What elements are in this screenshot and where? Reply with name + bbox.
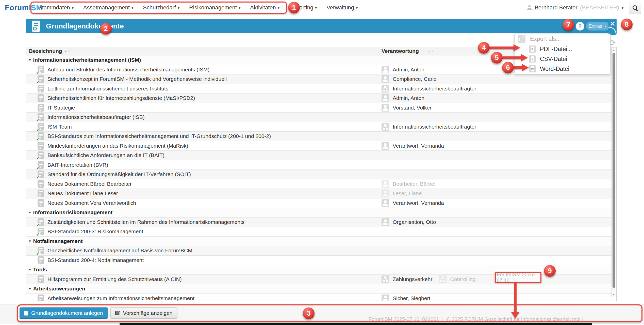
verantwortung-cell: Verantwort, Vernanda (378, 141, 616, 151)
document-title: Neues Dokument Vera Verantwortlich (47, 200, 136, 206)
group-row-informationsrisikomanagement[interactable]: ▾Informationsrisikomanagement (26, 208, 616, 218)
person-icon (382, 199, 389, 207)
csv-file-icon: X (529, 55, 536, 63)
responsible: Organisation, Otto (382, 218, 436, 226)
sort-asc-icon[interactable]: ▲ (428, 50, 431, 53)
responsible: Informationssicherheitsbeauftragter (382, 85, 476, 92)
annotation-badge-8: 8 (621, 19, 633, 30)
check-icon: ✔ (36, 174, 40, 180)
extras-button[interactable]: Extras ▼ (586, 22, 609, 30)
sort-desc-icon[interactable]: ▼ (431, 50, 434, 53)
table-row[interactable]: ✔BSI-Standards zum Informationssicherhei… (26, 132, 616, 141)
scroll-down-arrow-icon[interactable]: ▼ (612, 293, 616, 296)
user-menu[interactable]: Bernhard Berater (BEARBEITER) ▾ (527, 0, 623, 15)
chevron-down-icon: ▾ (356, 6, 358, 10)
table-row[interactable]: Leitlinie zur Informationssicherheit uns… (26, 84, 616, 94)
menu-item-csv-datei[interactable]: XCSV-Datei (515, 54, 610, 64)
document-title: Hilfsprogramm zur Ermittlung des Schutzn… (47, 276, 182, 282)
nav-item-verwaltung[interactable]: Verwaltung▾ (322, 0, 362, 15)
vertical-scrollbar[interactable]: ▲ ▼ (612, 48, 616, 297)
forumism-app-window: ForumISM Stammdaten▾Assetmanagement▾Schu… (0, 0, 644, 325)
collapse-triangle-icon[interactable]: ▾ (29, 239, 31, 243)
close-panel-button[interactable] (608, 19, 617, 35)
table-row[interactable]: Mindestanforderungen an das Risikomanage… (26, 141, 616, 151)
table-row[interactable]: ✔Sicherheitskonzept in ForumISM - Method… (26, 74, 616, 84)
table-row[interactable]: ✔BSI-Standard 200-3: Risikomanagement (26, 227, 616, 237)
document-icon (38, 190, 44, 197)
table-row[interactable]: ✔ISM-TeamInformationssicherheitsbeauftra… (26, 122, 616, 132)
column-header-bezeichnung[interactable]: Bezeichnung ▲▼ (26, 47, 378, 55)
responsible: Informationssicherheitsbeauftragter (382, 123, 476, 131)
help-button[interactable]: ? (576, 22, 584, 30)
document-title: Zuständigkeiten und Schnittstellen im Ra… (47, 219, 244, 225)
table-row[interactable]: ✔Standard für die Ordnungsmäßigkeit der … (26, 170, 616, 179)
orgunit-icon (439, 275, 447, 283)
document-title: Arbeitsanweisungen zum Informationssiche… (47, 295, 194, 301)
collapse-triangle-icon[interactable]: ▾ (29, 286, 31, 291)
group-label: Informationssicherheitsmanagement (ISM) (33, 57, 141, 63)
collapse-triangle-icon[interactable]: ▾ (29, 210, 31, 215)
bezeichnung-cell: Neues Dokument Bärbel Bearbeiter (26, 179, 378, 189)
document-title: Bankaufsichtliche Anforderungen an die I… (47, 152, 164, 158)
table-row[interactable]: ✔Zuständigkeiten und Schnittstellen im R… (26, 218, 616, 227)
table-row[interactable]: Neues Dokument Bärbel BearbeiterBearbeit… (26, 179, 616, 189)
document-icon (38, 180, 44, 188)
annotation-badge-4: 4 (478, 42, 490, 54)
table-row[interactable]: BSI-Standard 200-4: Notfallmanagement (26, 256, 616, 265)
verantwortung-cell (378, 132, 616, 141)
close-icon (608, 19, 617, 35)
table-row[interactable]: Arbeitsanweisungen zum Informationssiche… (26, 294, 616, 301)
responsible-name: Organisation, Otto (393, 219, 436, 225)
table-row[interactable]: Neues Dokument Vera VerantwortlichVerant… (26, 198, 616, 208)
check-icon: ✔ (36, 155, 40, 161)
scroll-document-icon (32, 21, 40, 32)
table-row[interactable]: ✔Informationssicherheitsbeauftragter (IS… (26, 113, 616, 122)
orgunit-connector (384, 278, 387, 280)
bezeichnung-cell: ✔Standard für die Ordnungsmäßigkeit der … (26, 170, 378, 179)
table-row[interactable]: Sicherheitsrichtlinien für Internetzahlu… (26, 94, 616, 103)
responsible-name: Sicher, Siegbert (393, 295, 430, 301)
document-icon: ✔ (38, 66, 44, 73)
collapse-triangle-icon[interactable]: ▾ (29, 58, 31, 62)
bezeichnung-cell: Sicherheitsrichtlinien für Internetzahlu… (26, 94, 378, 103)
responsible-name: Controlling (450, 276, 475, 282)
table-row[interactable]: ✔Bankaufsichtliche Anforderungen an die … (26, 151, 616, 160)
group-cell-empty (378, 237, 616, 246)
table-row[interactable]: Neues Dokument Liane LeserLeser, Liane (26, 189, 616, 198)
search-button[interactable] (629, 2, 641, 14)
responsible-name: Zahlungsverkehr (393, 276, 432, 282)
check-icon: ✔ (36, 136, 40, 142)
scroll-up-arrow-icon[interactable]: ▲ (612, 49, 616, 52)
responsible: Compliance, Carlo (382, 75, 437, 83)
menu-item-pdf-datei[interactable]: PPDF-Datei... (515, 44, 610, 54)
group-label: Tools (33, 267, 47, 273)
logo-forum: Forum (5, 3, 29, 12)
verantwortung-cell: Organisation, Otto (378, 218, 616, 227)
group-row-arbeitsanweisungen[interactable]: ▾Arbeitsanweisungen (26, 284, 616, 294)
document-title: Informationssicherheitsbeauftragter (ISB… (47, 114, 145, 120)
menu-item-label: PDF-Datei... (540, 46, 572, 53)
table-row[interactable]: ✔BAIT-Interpretation (BVR) (26, 160, 616, 170)
document-title: Leitlinie zur Informationssicherheit uns… (47, 86, 168, 92)
responsible: Admin, Anton (382, 66, 424, 73)
menu-item-word-datei[interactable]: WWord-Datei (515, 64, 610, 74)
bezeichnung-cell: ✔BSI-Standard 200-3: Risikomanagement (26, 227, 378, 236)
document-icon: ✔ (38, 161, 44, 169)
document-icon: ✔ (38, 171, 44, 178)
table-row[interactable]: IT-StrategieVorstand, Volker (26, 103, 616, 113)
page-title: Grundlagendokumente (46, 22, 124, 30)
sort-desc-icon[interactable]: ▼ (68, 50, 71, 53)
collapse-triangle-icon[interactable]: ▾ (29, 267, 31, 272)
table-row[interactable]: ✔Ganzheitliches Notfallmanagement auf Ba… (26, 246, 616, 256)
verantwortung-cell (378, 246, 616, 255)
scrollbar-thumb[interactable] (613, 53, 615, 288)
check-icon: ✔ (36, 165, 40, 171)
verantwortung-cell (378, 113, 616, 122)
bezeichnung-cell: ✔ISM-Team (26, 122, 378, 132)
document-icon (38, 85, 44, 92)
sort-asc-icon[interactable]: ▲ (64, 50, 67, 53)
menu-item-label: CSV-Datei (540, 56, 567, 63)
annotation-arrow-6-shaft (513, 66, 523, 69)
document-title: Sicherheitskonzept in ForumISM - Methodi… (47, 76, 227, 82)
group-row-notfallmanagement[interactable]: ▾Notfallmanagement (26, 237, 616, 246)
